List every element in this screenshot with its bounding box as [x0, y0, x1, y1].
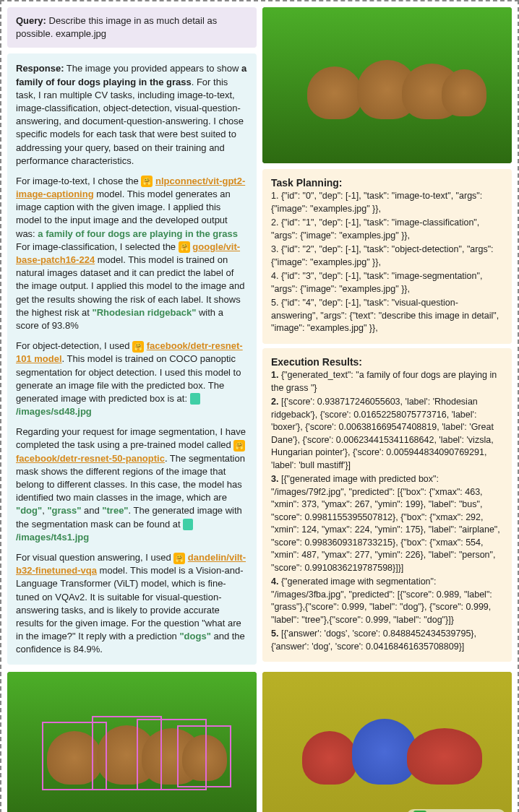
right-column: Task Planning: 1. {"id": "0", "dep": [-1…	[262, 7, 512, 666]
query-box: Query: Describe this image in as much de…	[7, 7, 257, 48]
watermark: ✦ 水木人工智能学堂	[406, 809, 506, 812]
bottom-row: ✦ 水木人工智能学堂	[7, 672, 512, 812]
seg-dog	[302, 731, 357, 784]
output-5: "dogs"	[179, 631, 210, 642]
task-item: 3. {"id": "2", "dep": [-1], "task": "obj…	[271, 243, 503, 269]
hf-icon: 🤗	[233, 440, 245, 452]
exec-item: 3. [{"generated image with predicted box…	[271, 473, 503, 574]
segmentation-image-wrap: ✦ 水木人工智能学堂	[262, 672, 512, 812]
hf-icon: 🤗	[132, 341, 144, 353]
hf-icon: 🤗	[179, 241, 190, 253]
hf-icon: 🤗	[141, 176, 153, 187]
file-icon	[183, 519, 193, 530]
exec-list: 1. {"generated_text": "a family of four …	[271, 369, 503, 653]
response-p4: Regarding your request for image segment…	[16, 426, 248, 544]
task-item: 4. {"id": "3", "dep": [-1], "task": "ima…	[271, 270, 503, 295]
response-box: Response: The image you provided appears…	[7, 53, 257, 665]
task-item: 5. {"id": "4", "dep": [-1], "task": "vis…	[271, 297, 503, 335]
figure-container: Query: Describe this image in as much de…	[0, 0, 519, 812]
model-4: facebook/detr-resnet-50-panoptic	[16, 453, 165, 464]
exec-item: 2. [{'score': 0.938717246055603, 'label'…	[271, 396, 503, 472]
hf-icon: 🤗	[173, 553, 185, 564]
exec-item: 1. {"generated_text": "a family of four …	[271, 369, 503, 394]
response-p2: For image-to-text, I chose the 🤗 nlpconn…	[16, 175, 248, 332]
bbox	[177, 725, 232, 787]
task-planning-heading: Task Planning:	[271, 176, 503, 191]
file-2: /images/t4s1.jpg	[16, 532, 89, 543]
output-1: a family of four dogs are playing in the…	[38, 228, 238, 239]
query-label: Query:	[16, 15, 46, 26]
file-1: /images/sd48.jpg	[16, 406, 92, 417]
left-column: Query: Describe this image in as much de…	[7, 7, 257, 666]
task-list: 1. {"id": "0", "dep": [-1], "task": "ima…	[271, 190, 503, 335]
response-intro: Response: The image you provided appears…	[16, 62, 248, 168]
seg-dog	[407, 728, 482, 785]
top-row: Query: Describe this image in as much de…	[7, 7, 512, 666]
output-2: "Rhodesian ridgeback"	[93, 307, 197, 318]
file-icon	[190, 393, 200, 405]
dog-shape	[442, 69, 486, 116]
response-label: Response:	[16, 63, 64, 74]
execution-results-box: Execution Results: 1. {"generated_text":…	[262, 348, 512, 662]
detection-image-wrap	[7, 672, 257, 812]
task-planning-box: Task Planning: 1. {"id": "0", "dep": [-1…	[262, 169, 512, 344]
detection-image	[7, 672, 257, 812]
segmentation-image	[262, 672, 512, 812]
input-image	[262, 7, 512, 163]
exec-item: 5. [{'answer': 'dogs', 'score': 0.848845…	[271, 628, 503, 653]
query-text: Describe this image in as much detail as…	[16, 15, 217, 39]
exec-item: 4. {"generated image with segmentation":…	[271, 576, 503, 626]
response-p3: For object-detection, I used 🤗 facebook/…	[16, 340, 248, 418]
dog-shape	[307, 66, 362, 119]
task-item: 1. {"id": "0", "dep": [-1], "task": "ima…	[271, 190, 503, 215]
response-p5: For visual question answering, I used 🤗 …	[16, 551, 248, 657]
task-item: 2. {"id": "1", "dep": [-1], "task": "ima…	[271, 217, 503, 242]
execution-heading: Execution Results:	[271, 355, 503, 370]
